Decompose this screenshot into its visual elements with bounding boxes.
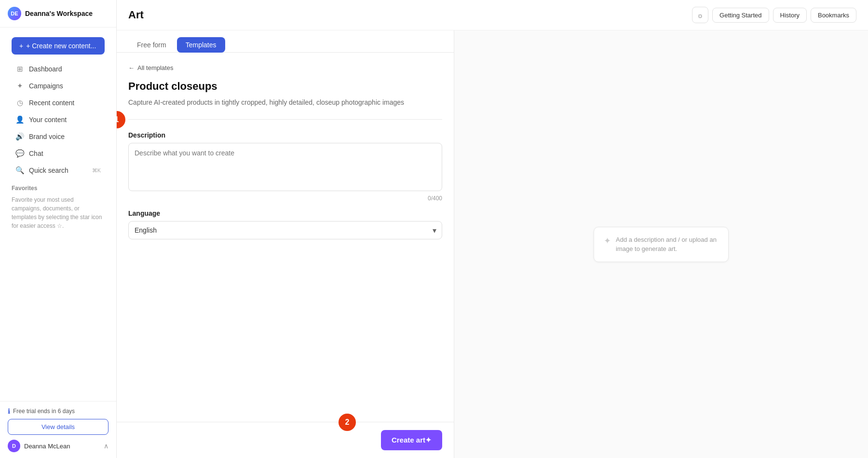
tabs-bar: Free form Templates (117, 30, 454, 53)
user-row: D Deanna McLean ∧ (8, 440, 108, 452)
bookmarks-button[interactable]: Bookmarks (811, 8, 856, 23)
trial-icon: ℹ (8, 407, 10, 415)
chevron-up-icon: ∧ (104, 442, 108, 450)
sidebar-item-recent-content[interactable]: ◷ Recent content (8, 95, 108, 111)
sidebar-footer: ℹ Free trial ends in 6 days View details… (0, 401, 116, 458)
template-description: Capture AI-created products in tightly c… (128, 97, 442, 108)
sidebar-item-campaigns[interactable]: ✦ Campaigns (8, 78, 108, 94)
content-area: Free form Templates ← All templates Prod… (117, 30, 868, 458)
template-title: Product closeups (128, 80, 442, 93)
workspace-avatar: DE (8, 7, 21, 20)
create-new-content-button[interactable]: + + Create new content... (12, 37, 105, 55)
user-avatar: D (8, 440, 20, 452)
sidebar: DE Deanna's Workspace + + Create new con… (0, 0, 117, 458)
description-label: Description (128, 131, 442, 139)
recent-content-icon: ◷ (15, 98, 24, 107)
sidebar-item-chat[interactable]: 💬 Chat (8, 145, 108, 162)
language-select[interactable]: English Spanish French German Portuguese… (128, 221, 442, 239)
favorites-hint: Favorite your most used campaigns, docum… (12, 195, 105, 230)
step-2-badge: 2 (339, 414, 356, 431)
sidebar-item-dashboard[interactable]: ⊞ Dashboard (8, 61, 108, 77)
hint-icon: ✦ (604, 236, 611, 246)
workspace-name: Deanna's Workspace (25, 10, 93, 17)
main-area: Art ☼ Getting Started History Bookmarks … (117, 0, 868, 458)
history-button[interactable]: History (773, 8, 807, 23)
hint-text: Add a description and / or upload an ima… (616, 235, 719, 254)
search-icon: 🔍 (15, 166, 24, 175)
back-to-templates-link[interactable]: ← All templates (128, 64, 442, 71)
char-count: 0/400 (128, 195, 442, 202)
right-panel: ✦ Add a description and / or upload an i… (454, 30, 868, 458)
page-title: Art (128, 9, 144, 21)
left-arrow-icon: ← (128, 64, 135, 71)
template-header: ← All templates Product closeups Capture… (117, 53, 454, 119)
language-select-wrapper: English Spanish French German Portuguese… (128, 221, 442, 239)
user-name: Deanna McLean (24, 443, 70, 450)
sidebar-header: DE Deanna's Workspace (0, 0, 116, 28)
left-panel: Free form Templates ← All templates Prod… (117, 30, 454, 458)
plus-icon: + (19, 42, 23, 50)
form-section: 1 Description 0/400 Language English Spa… (117, 120, 454, 251)
view-details-button[interactable]: View details (8, 419, 108, 435)
sidebar-item-your-content[interactable]: 👤 Your content (8, 111, 108, 128)
topbar-actions: ☼ Getting Started History Bookmarks (692, 7, 856, 23)
theme-toggle-button[interactable]: ☼ (692, 7, 708, 23)
tab-free-form[interactable]: Free form (128, 37, 175, 53)
language-label: Language (128, 209, 442, 217)
sidebar-item-quick-search[interactable]: 🔍 Quick search ⌘K (8, 162, 108, 179)
favorites-section: Favorites Favorite your most used campai… (4, 179, 112, 236)
topbar: Art ☼ Getting Started History Bookmarks (117, 0, 868, 30)
chat-icon: 💬 (15, 149, 24, 158)
getting-started-button[interactable]: Getting Started (712, 8, 769, 23)
sidebar-nav: ⊞ Dashboard ✦ Campaigns ◷ Recent content… (0, 60, 116, 401)
shortcut-badge: ⌘K (92, 167, 101, 174)
sidebar-item-brand-voice[interactable]: 🔊 Brand voice (8, 128, 108, 145)
generate-hint-card: ✦ Add a description and / or upload an i… (594, 227, 729, 262)
sun-icon: ☼ (697, 11, 704, 19)
dashboard-icon: ⊞ (15, 65, 24, 73)
action-bar: 2 Create art✦ (117, 422, 454, 458)
description-textarea[interactable] (128, 143, 442, 191)
campaigns-icon: ✦ (15, 82, 24, 90)
trial-notice: ℹ Free trial ends in 6 days (8, 407, 108, 415)
your-content-icon: 👤 (15, 115, 24, 124)
brand-voice-icon: 🔊 (15, 132, 24, 141)
create-art-button[interactable]: Create art✦ (381, 430, 442, 450)
favorites-title: Favorites (12, 185, 105, 192)
tab-templates[interactable]: Templates (177, 37, 225, 53)
